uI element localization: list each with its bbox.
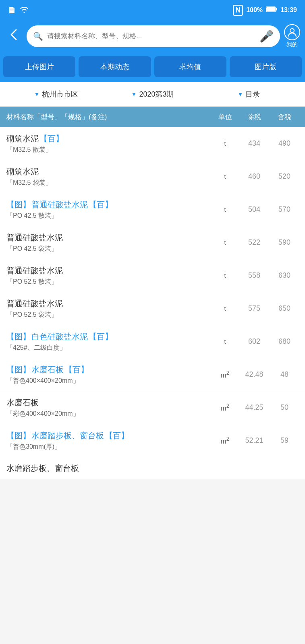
row-notax: 558 (238, 271, 270, 280)
nav-bar: 🔍 🎤 我的 (0, 20, 305, 52)
filter-catalog[interactable]: ▼ 目录 (201, 89, 297, 99)
filter-period-label: 2020第3期 (139, 89, 174, 99)
tag-tu: 【图】 (6, 364, 31, 375)
row-unit: t (212, 305, 238, 313)
row-main: 普通硅酸盐水泥 (6, 265, 212, 276)
row-title: 水磨踏步板、窗台板 (31, 430, 104, 441)
row-taxval: 680 (270, 337, 299, 346)
mic-icon[interactable]: 🎤 (259, 30, 274, 43)
row-main: 【图】 白色硅酸盐水泥 【百】 (6, 331, 212, 342)
filter-arrow-catalog: ▼ (238, 91, 243, 97)
tag-bai: 【百】 (39, 133, 64, 144)
table-row[interactable]: 【图】 普通硅酸盐水泥 【百】 「PO 42.5 散装」 t 504 570 (0, 193, 305, 226)
table-row[interactable]: 【图】 水磨石板 【百】 「普色400×400×20mm」 m2 42.48 4… (0, 358, 305, 391)
table-row[interactable]: 普通硅酸盐水泥 「PO 52.5 袋装」 t 575 650 (0, 292, 305, 325)
row-unit: t (212, 272, 238, 280)
row-title: 白色硅酸盐水泥 (31, 331, 88, 342)
row-unit: t (212, 206, 238, 214)
search-input[interactable] (47, 32, 255, 40)
table-row[interactable]: 【图】 白色硅酸盐水泥 【百】 「425#、二级白度」 t 602 680 (0, 325, 305, 358)
filter-region-label: 杭州市市区 (42, 89, 78, 99)
filter-catalog-label: 目录 (245, 89, 260, 99)
row-unit: m2 (212, 369, 238, 380)
tag-bai: 【百】 (64, 364, 89, 375)
row-content: 【图】 普通硅酸盐水泥 【百】 「PO 42.5 散装」 (6, 199, 212, 220)
row-sub: 「M32.5 袋装」 (6, 179, 212, 187)
row-content: 【图】 水磨石板 【百】 「普色400×400×20mm」 (6, 364, 212, 385)
table-row[interactable]: 砌筑水泥 「M32.5 袋装」 t 460 520 (0, 160, 305, 193)
row-notax: 52.21 (238, 436, 270, 445)
doc-icon: 📄 (8, 6, 16, 14)
row-unit: t (212, 338, 238, 346)
row-notax: 575 (238, 304, 270, 313)
row-content: 普通硅酸盐水泥 「PO 52.5 散装」 (6, 265, 212, 286)
row-content: 水磨石板 「彩色400×400×20mm」 (6, 397, 212, 418)
battery-icon (266, 6, 277, 14)
row-title: 普通硅酸盐水泥 (31, 199, 88, 210)
row-content: 砌筑水泥 「M32.5 袋装」 (6, 166, 212, 187)
row-main: 【图】 普通硅酸盐水泥 【百】 (6, 199, 212, 210)
filter-arrow-region: ▼ (34, 91, 40, 97)
action-row: 上传图片 本期动态 求均值 图片版 (0, 52, 305, 82)
profile-icon (284, 24, 300, 40)
status-right: N 100% 13:39 (233, 5, 297, 16)
search-icon: 🔍 (33, 31, 43, 41)
table-row[interactable]: 普通硅酸盐水泥 「PO 52.5 散装」 t 558 630 (0, 259, 305, 292)
row-notax: 42.48 (238, 370, 270, 379)
row-sub: 「彩色400×400×20mm」 (6, 410, 212, 418)
row-taxval: 590 (270, 238, 299, 247)
filter-row: ▼ 杭州市市区 ▼ 2020第3期 ▼ 目录 (0, 82, 305, 107)
row-taxval: 59 (270, 436, 299, 445)
profile-button[interactable]: 我的 (284, 24, 300, 48)
tag-tu: 【图】 (6, 331, 31, 342)
table-row[interactable]: 普通硅酸盐水泥 「PO 42.5 袋装」 t 522 590 (0, 226, 305, 259)
filter-period[interactable]: ▼ 2020第3期 (104, 89, 201, 99)
average-button[interactable]: 求均值 (154, 56, 226, 77)
row-notax: 460 (238, 172, 270, 181)
battery-text: 100% (246, 6, 263, 14)
row-sub: 「M32.5 散装」 (6, 146, 212, 154)
header-name: 材料名称「型号」「规格」(备注) (6, 112, 212, 122)
row-taxval: 520 (270, 172, 299, 181)
table-row[interactable]: 砌筑水泥 【百】 「M32.5 散装」 t 434 490 (0, 127, 305, 160)
table-row[interactable]: 【图】 水磨踏步板、窗台板 【百】 「普色30mm(厚)」 m2 52.21 5… (0, 424, 305, 457)
row-main: 普通硅酸盐水泥 (6, 232, 212, 243)
row-sub: 「普色400×400×20mm」 (6, 377, 212, 385)
row-main: 【图】 水磨石板 【百】 (6, 364, 212, 375)
svg-rect-2 (276, 8, 277, 10)
upload-button[interactable]: 上传图片 (3, 56, 75, 77)
filter-arrow-period: ▼ (131, 91, 137, 97)
partial-row-text: 水磨踏步板、窗台板 (6, 464, 79, 473)
row-sub: 「PO 42.5 袋装」 (6, 245, 212, 253)
row-title: 砌筑水泥 (6, 166, 39, 177)
profile-label: 我的 (286, 41, 298, 48)
row-main: 砌筑水泥 【百】 (6, 133, 212, 144)
picture-button[interactable]: 图片版 (230, 56, 302, 77)
row-taxval: 50 (270, 403, 299, 412)
row-sub: 「普色30mm(厚)」 (6, 443, 212, 451)
row-sub: 「PO 52.5 袋装」 (6, 311, 212, 319)
search-bar[interactable]: 🔍 🎤 (27, 25, 280, 47)
nfc-icon: N (233, 5, 243, 16)
svg-rect-1 (266, 7, 275, 11)
row-unit: m2 (212, 436, 238, 446)
row-unit: t (212, 140, 238, 148)
time-display: 13:39 (280, 6, 297, 14)
table-row[interactable]: 水磨石板 「彩色400×400×20mm」 m2 44.25 50 (0, 391, 305, 424)
row-title: 砌筑水泥 (6, 133, 39, 144)
row-title: 普通硅酸盐水泥 (6, 232, 63, 243)
row-title: 水磨石板 (31, 364, 64, 375)
row-taxval: 630 (270, 271, 299, 280)
status-left: 📄 (8, 6, 29, 14)
dynamics-button[interactable]: 本期动态 (79, 56, 151, 77)
status-bar: 📄 N 100% 13:39 (0, 0, 305, 20)
filter-region[interactable]: ▼ 杭州市市区 (8, 89, 104, 99)
row-taxval: 650 (270, 304, 299, 313)
row-sub: 「PO 52.5 散装」 (6, 278, 212, 286)
row-main: 普通硅酸盐水泥 (6, 298, 212, 309)
row-main: 水磨石板 (6, 397, 212, 408)
tag-bai: 【百】 (105, 430, 129, 441)
back-button[interactable] (5, 23, 23, 49)
tag-tu: 【图】 (6, 430, 31, 441)
row-content: 砌筑水泥 【百】 「M32.5 散装」 (6, 133, 212, 154)
